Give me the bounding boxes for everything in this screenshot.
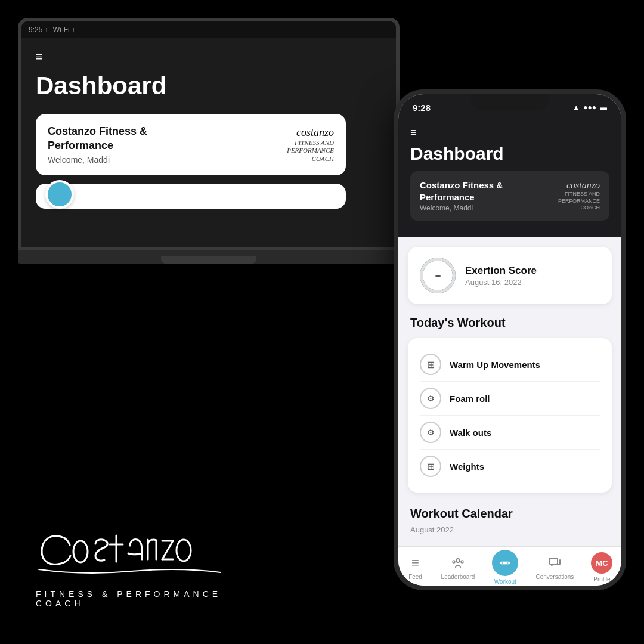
phone-device: 9:28 ▲ ●●● ▬ ≡ Dashboard Costanzo Fitnes… [394,89,626,590]
laptop-hinge-notch [161,256,256,264]
battery-icon: ▬ [600,103,607,112]
nav-profile[interactable]: MC Profile [591,552,612,583]
phone-gym-name: Costanzo Fitness &Performance [420,179,503,203]
laptop-base [18,250,400,264]
profile-avatar: MC [591,552,612,574]
laptop-time: 9:25 ↑ [29,26,48,34]
laptop-screen: 9:25 ↑ Wi-Fi ↑ ≡ Dashboard Costanzo Fitn… [21,21,396,247]
phone-screen: 9:28 ▲ ●●● ▬ ≡ Dashboard Costanzo Fitnes… [398,94,621,586]
weights-label: Weights [450,462,484,472]
conversations-icon [546,555,563,571]
svg-point-0 [456,559,460,562]
logo-script-wrapper [36,519,227,587]
walkouts-label: Walk outs [450,428,491,438]
phone-time: 9:28 [413,103,431,113]
laptop-scroll-preview [36,184,346,209]
todays-workout-title: Today's Workout [408,316,612,330]
svg-point-1 [453,561,455,563]
laptop-device: 9:25 ↑ Wi-Fi ↑ ≡ Dashboard Costanzo Fitn… [18,18,400,274]
exertion-circle: -- [420,258,456,293]
calendar-month: August 2022 [410,525,609,534]
phone-content-area: -- Exertion Score August 16, 2022 Today'… [398,237,621,546]
laptop-body: 9:25 ↑ Wi-Fi ↑ ≡ Dashboard Costanzo Fitn… [18,18,400,250]
svg-rect-7 [549,558,558,564]
laptop-menu-icon[interactable]: ≡ [36,50,382,64]
exertion-card[interactable]: -- Exertion Score August 16, 2022 [408,247,612,304]
calendar-section: Workout Calendar August 2022 [408,504,612,537]
phone-dashboard-title: Dashboard [410,144,609,164]
svg-point-2 [461,561,463,563]
nav-feed[interactable]: ≡ Feed [407,555,424,580]
weights-icon: ⊞ [420,456,441,477]
workout-item-walkouts[interactable]: ⚙ Walk outs [420,416,600,450]
exertion-title: Exertion Score [465,265,537,277]
nav-leaderboard[interactable]: Leaderboard [441,555,475,580]
svg-point-8 [73,541,88,562]
workout-active-icon [492,550,518,576]
phone-header: ≡ Dashboard Costanzo Fitness &Performanc… [398,120,621,237]
svg-line-13 [162,541,173,559]
foamroll-label: Foam roll [450,394,490,404]
wifi-icon: ▲ [572,103,580,112]
phone-notch [471,94,549,111]
logo-subtitle: Fitness & Performance Coach [36,589,250,608]
laptop-gym-card: Costanzo Fitness &Performance Welcome, M… [36,114,346,175]
workout-item-warmup[interactable]: ⊞ Warm Up Movements [420,348,600,382]
workout-item-weights[interactable]: ⊞ Weights [420,450,600,483]
leaderboard-icon [450,555,466,571]
exertion-info: Exertion Score August 16, 2022 [465,265,537,287]
phone-gym-card: Costanzo Fitness &Performance Welcome, M… [410,171,609,221]
nav-profile-label: Profile [593,576,610,583]
calendar-title: Workout Calendar [410,507,609,521]
laptop-topbar: 9:25 ↑ Wi-Fi ↑ [21,21,396,38]
workout-card: ⊞ Warm Up Movements ⚙ Foam roll ⚙ Walk o… [408,338,612,493]
exertion-date: August 16, 2022 [465,278,537,287]
logo-area: Fitness & Performance Coach [36,519,250,608]
nav-conversations[interactable]: Conversations [535,555,574,580]
laptop-gym-name: Costanzo Fitness &Performance [48,125,147,153]
laptop-wifi: Wi-Fi ↑ [53,26,75,34]
feed-icon: ≡ [407,555,424,571]
signal-icon: ●●● [583,103,596,112]
nav-leaderboard-label: Leaderboard [441,574,475,580]
svg-rect-6 [503,562,507,564]
laptop-dashboard-title: Dashboard [36,72,382,100]
phone-menu-icon[interactable]: ≡ [410,126,609,139]
nav-workout-label: Workout [494,578,516,585]
exertion-value: -- [435,270,441,281]
warmup-icon: ⊞ [420,354,441,375]
laptop-logo: costanzo FITNESS ANDPERFORMANCECOACH [286,126,334,163]
nav-workout-active[interactable]: Workout [492,550,518,585]
workout-item-foamroll[interactable]: ⚙ Foam roll [420,382,600,416]
laptop-content: ≡ Dashboard Costanzo Fitness &Performanc… [21,38,396,221]
foamroll-icon: ⚙ [420,388,441,409]
laptop-avatar-preview [45,180,74,209]
laptop-welcome: Welcome, Maddi [48,155,147,165]
phone-status-icons: ▲ ●●● ▬ [572,103,607,112]
walkouts-icon: ⚙ [420,422,441,443]
warmup-label: Warm Up Movements [450,360,540,370]
phone-gym-welcome: Welcome, Maddi [420,204,503,212]
nav-conversations-label: Conversations [535,574,574,580]
phone-bottom-nav: ≡ Feed Leaderboard [398,546,621,586]
svg-point-15 [177,540,191,561]
costanzo-logo-svg [36,519,227,584]
nav-feed-label: Feed [408,574,422,580]
phone-card-logo: costanzo FITNESS ANDPERFORMANCECOACH [558,180,600,212]
